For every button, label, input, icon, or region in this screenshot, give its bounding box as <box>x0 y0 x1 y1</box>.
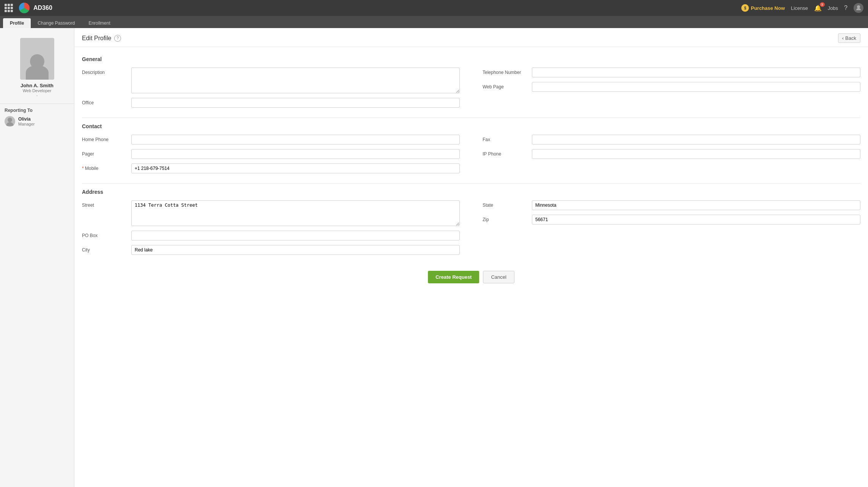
home-phone-row: Home Phone <box>82 135 460 145</box>
mobile-label: Mobile <box>82 163 131 171</box>
sidebar-user-name: John A. Smith <box>20 83 53 88</box>
telephone-label: Telephone Number <box>483 68 532 75</box>
zip-label: Zip <box>483 215 532 222</box>
form-actions: Create Request Cancel <box>82 263 860 291</box>
user-avatar-top[interactable] <box>854 3 863 13</box>
ip-phone-label: IP Phone <box>483 149 532 157</box>
back-button[interactable]: ‹ Back <box>838 33 860 43</box>
webpage-label: Web Page <box>483 82 532 90</box>
state-label: State <box>483 200 532 208</box>
tab-change-password[interactable]: Change Password <box>31 18 82 28</box>
notification-count: 9 <box>820 2 825 7</box>
pager-input[interactable] <box>131 149 460 159</box>
address-form-grid: Street PO Box City State <box>82 200 860 259</box>
purchase-icon: $ <box>741 4 749 12</box>
ip-phone-input[interactable] <box>532 149 860 159</box>
po-box-input[interactable] <box>131 231 460 240</box>
contact-form-grid: Home Phone Pager Mobile Fax <box>82 135 860 178</box>
notifications-button[interactable]: 🔔 9 <box>814 5 822 12</box>
po-box-row: PO Box <box>82 231 460 240</box>
general-form-grid: Description Office Telephone Number <box>82 68 860 112</box>
office-row: Office <box>82 98 460 108</box>
avatar-body <box>26 65 49 80</box>
address-right-col: State Zip <box>483 200 860 259</box>
help-circle-icon[interactable]: ? <box>114 35 121 42</box>
home-phone-input[interactable] <box>131 135 460 145</box>
contact-left-col: Home Phone Pager Mobile <box>82 135 460 178</box>
po-box-label: PO Box <box>82 231 131 238</box>
content-header-left: Edit Profile ? <box>82 35 121 42</box>
tab-profile[interactable]: Profile <box>3 18 31 28</box>
divider-address <box>82 183 860 184</box>
city-input[interactable] <box>131 245 460 255</box>
fax-input[interactable] <box>532 135 860 145</box>
sidebar-user-role: Web Developer <box>23 88 52 93</box>
street-row: Street <box>82 200 460 226</box>
zip-input[interactable] <box>532 215 860 225</box>
section-address-title: Address <box>82 189 860 195</box>
manager-role: Manager <box>18 122 35 126</box>
description-row: Description <box>82 68 460 93</box>
general-right-col: Telephone Number Web Page <box>483 68 860 112</box>
content-area: Edit Profile ? ‹ Back General Descriptio… <box>74 28 868 487</box>
tab-enrollment[interactable]: Enrollment <box>82 18 117 28</box>
manager-name: Olivia <box>18 116 35 122</box>
chevron-left-icon: ‹ <box>842 35 844 41</box>
reporting-section: Reporting To Olivia Manager <box>0 104 74 130</box>
topbar-right: $ Purchase Now License 🔔 9 Jobs ? <box>741 3 863 13</box>
section-general-title: General <box>82 56 860 62</box>
office-label: Office <box>82 98 131 105</box>
pager-label: Pager <box>82 149 131 157</box>
sidebar-dash: - <box>36 93 38 97</box>
fax-row: Fax <box>483 135 860 145</box>
help-icon[interactable]: ? <box>844 5 848 11</box>
webpage-row: Web Page <box>483 82 860 92</box>
office-input[interactable] <box>131 98 460 108</box>
content-header: Edit Profile ? ‹ Back <box>74 28 868 47</box>
reporting-person: Olivia Manager <box>5 116 69 127</box>
grid-menu-icon[interactable] <box>5 4 13 12</box>
app-logo <box>19 3 30 13</box>
page-title: Edit Profile <box>82 35 111 42</box>
main-layout: John A. Smith Web Developer - Reporting … <box>0 28 868 487</box>
webpage-input[interactable] <box>532 82 860 92</box>
divider-contact <box>82 118 860 118</box>
svg-point-0 <box>857 5 860 8</box>
back-label: Back <box>845 35 856 41</box>
purchase-now-label: Purchase Now <box>751 5 785 11</box>
sidebar-avatar <box>20 38 54 80</box>
description-label: Description <box>82 68 131 75</box>
sidebar-profile-section: John A. Smith Web Developer - <box>0 34 74 104</box>
cancel-button[interactable]: Cancel <box>483 271 514 283</box>
fax-label: Fax <box>483 135 532 142</box>
city-row: City <box>82 245 460 255</box>
state-row: State <box>483 200 860 210</box>
contact-right-col: Fax IP Phone <box>483 135 860 178</box>
sidebar: John A. Smith Web Developer - Reporting … <box>0 28 74 487</box>
create-request-button[interactable]: Create Request <box>428 271 479 283</box>
license-link[interactable]: License <box>791 5 808 11</box>
pager-row: Pager <box>82 149 460 159</box>
ip-phone-row: IP Phone <box>483 149 860 159</box>
address-left-col: Street PO Box City <box>82 200 460 259</box>
city-label: City <box>82 245 131 253</box>
telephone-input[interactable] <box>532 68 860 77</box>
street-input[interactable] <box>131 200 460 226</box>
mobile-input[interactable] <box>131 163 460 173</box>
topbar: AD360 $ Purchase Now License 🔔 9 Jobs ? <box>0 0 868 16</box>
description-input[interactable] <box>131 68 460 93</box>
section-contact-title: Contact <box>82 123 860 129</box>
zip-row: Zip <box>483 215 860 225</box>
reporting-to-label: Reporting To <box>5 108 69 113</box>
mobile-row: Mobile <box>82 163 460 173</box>
form-body: General Description Office Tel <box>74 47 868 297</box>
app-name: AD360 <box>33 5 52 11</box>
tabbar: Profile Change Password Enrollment <box>0 16 868 28</box>
topbar-left: AD360 <box>5 3 52 13</box>
jobs-link[interactable]: Jobs <box>828 5 838 11</box>
reporting-avatar <box>5 116 15 127</box>
purchase-now-button[interactable]: $ Purchase Now <box>741 4 785 12</box>
svg-point-1 <box>8 118 12 122</box>
general-left-col: Description Office <box>82 68 460 112</box>
state-input[interactable] <box>532 200 860 210</box>
